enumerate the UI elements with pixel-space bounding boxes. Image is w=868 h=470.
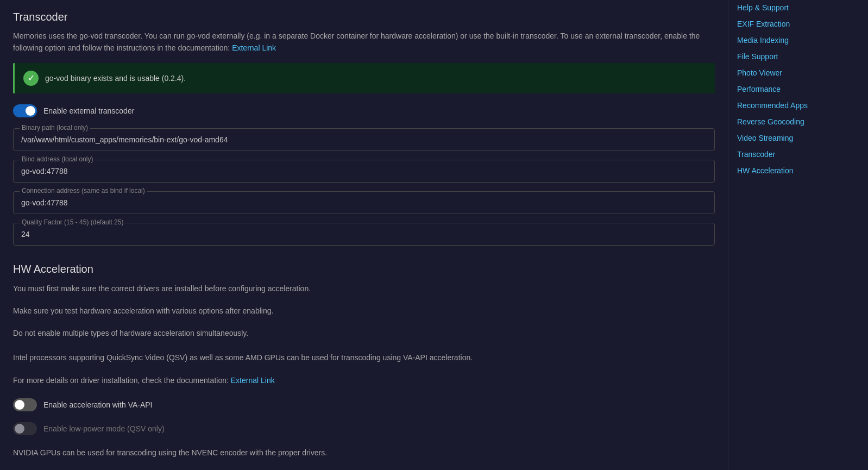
sidebar-item-hw-acceleration[interactable]: HW Acceleration (728, 163, 847, 178)
sidebar-item-performance[interactable]: Performance (728, 82, 847, 97)
sidebar: Help & SupportEXIF ExtractionMedia Index… (728, 0, 847, 470)
sidebar-item-reverse-geocoding[interactable]: Reverse Geocoding (728, 114, 847, 129)
binary-path-field: Binary path (local only) /var/www/html/c… (13, 128, 715, 151)
enable-low-power-row: Enable low-power mode (QSV only) (13, 422, 715, 435)
sidebar-item-transcoder[interactable]: Transcoder (728, 147, 847, 162)
transcoder-description: Memories uses the go-vod transcoder. You… (13, 30, 715, 54)
bind-address-field: Bind address (local only) go-vod:47788 (13, 160, 715, 183)
transcoder-title: Transcoder (13, 11, 715, 23)
sidebar-item-photo-viewer[interactable]: Photo Viewer (728, 65, 847, 80)
success-banner: ✓ go-vod binary exists and is usable (0.… (13, 63, 715, 93)
success-icon: ✓ (23, 71, 39, 86)
hw-acceleration-section: HW Acceleration You must first make sure… (13, 263, 715, 470)
bind-address-label: Bind address (local only) (20, 155, 95, 163)
sidebar-item-help-support[interactable]: Help & Support (728, 0, 847, 15)
hw-acceleration-title: HW Acceleration (13, 263, 715, 275)
hw-desc-line3: Do not enable multiple types of hardware… (13, 327, 715, 340)
sidebar-item-exif-extraction[interactable]: EXIF Extraction (728, 16, 847, 32)
hw-description-block: You must first make sure the correct dri… (13, 282, 715, 341)
enable-low-power-label: Enable low-power mode (QSV only) (43, 424, 165, 433)
binary-path-input[interactable]: /var/www/html/custom_apps/memories/bin-e… (13, 128, 715, 151)
quality-factor-field: Quality Factor (15 - 45) (default 25) 24 (13, 223, 715, 246)
transcoder-section: Transcoder Memories uses the go-vod tran… (13, 11, 715, 246)
sidebar-item-video-streaming[interactable]: Video Streaming (728, 130, 847, 146)
success-text: go-vod binary exists and is usable (0.2.… (45, 74, 186, 83)
va-api-external-link[interactable]: External Link (231, 376, 275, 385)
va-api-desc1: Intel processors supporting QuickSync Vi… (13, 351, 715, 365)
quality-factor-label: Quality Factor (15 - 45) (default 25) (20, 218, 125, 226)
enable-low-power-toggle[interactable] (13, 422, 37, 435)
enable-external-transcoder-label: Enable external transcoder (43, 106, 134, 115)
enable-va-api-toggle[interactable] (13, 398, 37, 411)
enable-va-api-row: Enable acceleration with VA-API (13, 398, 715, 411)
quality-factor-input[interactable]: 24 (13, 223, 715, 246)
enable-va-api-label: Enable acceleration with VA-API (43, 400, 153, 409)
sidebar-item-file-support[interactable]: File Support (728, 49, 847, 64)
binary-path-label: Binary path (local only) (20, 124, 90, 131)
nvenc-description-block: NVIDIA GPUs can be used for transcoding … (13, 446, 715, 470)
transcoder-external-link[interactable]: External Link (232, 43, 276, 52)
enable-external-transcoder-row: Enable external transcoder (13, 104, 715, 117)
connection-address-field: Connection address (same as bind if loca… (13, 191, 715, 214)
hw-desc-line2: Make sure you test hardware acceleration… (13, 304, 715, 318)
sidebar-item-recommended-apps[interactable]: Recommended Apps (728, 98, 847, 113)
va-api-description-block: Intel processors supporting QuickSync Vi… (13, 351, 715, 387)
nvenc-desc1: NVIDIA GPUs can be used for transcoding … (13, 446, 715, 460)
sidebar-item-media-indexing[interactable]: Media Indexing (728, 33, 847, 48)
bind-address-input[interactable]: go-vod:47788 (13, 160, 715, 183)
main-content: Transcoder Memories uses the go-vod tran… (0, 0, 728, 470)
va-api-desc2: For more details on driver installation,… (13, 374, 715, 387)
enable-external-transcoder-toggle[interactable] (13, 104, 37, 117)
connection-address-label: Connection address (same as bind if loca… (20, 187, 147, 195)
connection-address-input[interactable]: go-vod:47788 (13, 191, 715, 214)
hw-desc-line1: You must first make sure the correct dri… (13, 282, 715, 296)
